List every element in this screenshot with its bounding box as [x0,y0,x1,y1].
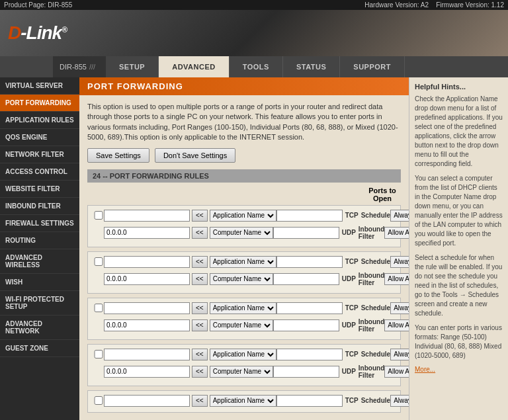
udp-label-1: UDP [342,229,356,236]
rule-3-ip-input[interactable] [104,319,190,331]
rule-3-app-select[interactable]: Application Name [210,302,276,314]
rule-2-comp-arrow-btn[interactable]: << [192,273,208,285]
sidebar-item-application-rules[interactable]: APPLICATION RULES [0,112,79,129]
rule-1-udp-input[interactable] [273,227,339,239]
sidebar-item-routing[interactable]: ROUTING [0,232,79,249]
rule-2-checkbox[interactable] [93,257,104,266]
hints-para-4: You can enter ports in various formats: … [415,323,503,360]
ports-to-open-label: Ports to Open [364,187,401,202]
sidebar-item-network-filter[interactable]: NETWORK FILTER [0,146,79,163]
tcp-label-2: TCP [345,258,359,265]
version-info: Hardware Version: A2 Firmware Version: 1… [364,1,504,9]
rule-2-comp-select[interactable]: Computer Name [210,273,273,285]
rule-2-schedule-select[interactable]: Always [390,256,409,268]
tcp-label-4: TCP [345,351,359,358]
rule-5-app-select[interactable]: Application Name [210,395,276,407]
tcp-label-3: TCP [345,304,359,312]
rule-4-app-select[interactable]: Application Name [210,349,276,360]
rule-1-comp-select[interactable]: Computer Name [210,227,273,239]
more-link[interactable]: More... [415,366,435,373]
logo: D-Link® [8,22,67,44]
sidebar-item-port-forwarding[interactable]: PORT FORWARDING [0,95,79,112]
tab-advanced[interactable]: ADVANCED [159,56,230,77]
save-settings-button[interactable]: Save Settings [87,148,149,163]
inbound-label-1: Inbound Filter [359,226,384,240]
hints-para-2: You can select a computer from the list … [415,174,503,248]
rule-2-app-select[interactable]: Application Name [210,256,276,268]
rule-row-5: << Application Name TCP Schedule Always [87,390,401,413]
tab-setup[interactable]: SETUP [106,56,159,77]
rule-2-tcp-input[interactable] [276,256,343,268]
rule-4-udp-input[interactable] [273,366,339,378]
sidebar-item-wifi-protected[interactable]: WI-FI PROTECTED SETUP [0,291,79,315]
tab-support[interactable]: SUPPORT [340,56,405,77]
schedule-label-5: Schedule [361,397,390,404]
breadcrumb: DIR-855 /// [53,56,106,77]
sidebar-item-access-control[interactable]: ACCESS CONTROL [0,163,79,181]
sidebar-item-advanced-network[interactable]: ADVANCED NETWORK [0,315,79,340]
sidebar-item-inbound-filter[interactable]: INBOUND FILTER [0,198,79,215]
sidebar-item-advanced-wireless[interactable]: ADVANCED WIRELESS [0,249,79,274]
rule-3-udp-input[interactable] [273,319,339,331]
rule-1-comp-arrow-btn[interactable]: << [192,227,208,239]
rule-2-udp-input[interactable] [273,273,339,285]
rule-4-inbound-select[interactable]: Allow All [384,366,409,378]
rule-5-name-input[interactable] [104,395,190,407]
inbound-label-4: Inbound Filter [359,364,384,379]
rule-4-comp-select[interactable]: Computer Name [210,366,273,378]
rule-3-arrow-btn[interactable]: << [192,302,208,314]
sidebar-item-qos-engine[interactable]: QOS ENGINE [0,129,79,146]
rule-2-name-input[interactable] [104,256,190,268]
rule-4-schedule-select[interactable]: Always [390,349,409,360]
udp-label-3: UDP [342,321,356,329]
rule-4-ip-input[interactable] [104,366,190,378]
tcp-label-5: TCP [345,397,359,404]
rule-2-ip-input[interactable] [104,273,190,285]
sidebar-item-guest-zone[interactable]: GUEST ZONE [0,340,79,357]
rule-5-checkbox[interactable] [93,396,104,405]
description-text: This option is used to open multiple por… [87,102,401,143]
tcp-label-1: TCP [345,212,359,219]
rule-3-tcp-input[interactable] [276,302,343,314]
hints-para-1: Check the Application Name drop down men… [415,95,503,169]
inbound-label-3: Inbound Filter [359,318,384,333]
schedule-label-3: Schedule [361,304,390,312]
dont-save-settings-button[interactable]: Don't Save Settings [155,148,235,163]
rule-4-tcp-input[interactable] [276,349,343,360]
sidebar-item-wish[interactable]: WISH [0,274,79,291]
rule-4-comp-arrow-btn[interactable]: << [192,366,208,378]
rule-1-ip-input[interactable] [104,227,190,239]
rule-row-3: << Application Name TCP Schedule Always … [87,298,401,340]
rule-1-arrow-btn[interactable]: << [192,210,208,222]
rule-5-schedule-select[interactable]: Always [390,395,409,407]
sidebar-item-firewall-settings[interactable]: FIREWALL SETTINGS [0,215,79,232]
rule-2-inbound-select[interactable]: Allow All [384,273,409,285]
udp-label-4: UDP [342,368,356,375]
rule-5-arrow-btn[interactable]: << [192,395,208,407]
rule-row-4: << Application Name TCP Schedule Always … [87,344,401,386]
rule-1-tcp-input[interactable] [276,210,343,222]
rule-1-name-input[interactable] [104,210,190,222]
rule-4-name-input[interactable] [104,349,190,360]
sidebar-item-website-filter[interactable]: WEBSITE FILTER [0,181,79,198]
rule-row-2: << Application Name TCP Schedule Always … [87,251,401,294]
rule-3-inbound-select[interactable]: Allow All [384,319,409,331]
rule-1-inbound-select[interactable]: Allow All [384,227,409,239]
rule-3-schedule-select[interactable]: Always [390,302,409,314]
rule-1-schedule-select[interactable]: Always [390,210,409,222]
rule-3-checkbox[interactable] [93,304,104,312]
rule-3-comp-arrow-btn[interactable]: << [192,319,208,331]
rule-4-arrow-btn[interactable]: << [192,349,208,360]
rule-2-arrow-btn[interactable]: << [192,256,208,268]
udp-label-2: UDP [342,275,356,282]
rule-3-comp-select[interactable]: Computer Name [210,319,273,331]
tab-tools[interactable]: TOOLS [230,56,283,77]
rule-1-checkbox[interactable] [93,211,104,220]
rule-1-app-select[interactable]: Application Name [210,210,276,222]
rule-3-name-input[interactable] [104,302,190,314]
rule-5-tcp-input[interactable] [276,395,343,407]
sidebar-item-virtual-server[interactable]: VIRTUAL SERVER [0,77,79,95]
page-title: PORT FORWARDING [79,77,409,95]
tab-status[interactable]: STATUS [283,56,340,77]
rule-4-checkbox[interactable] [93,350,104,358]
